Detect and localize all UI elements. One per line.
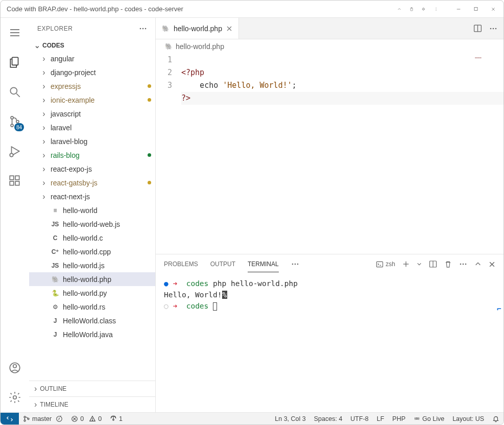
kill-terminal-icon[interactable] (444, 261, 452, 268)
status-problems[interactable]: 0 0 (67, 413, 106, 424)
file-text-icon: ≡ (51, 207, 60, 214)
window-maximize-icon[interactable] (472, 5, 480, 13)
activity-run-debug[interactable] (1, 136, 29, 166)
status-ports[interactable]: 1 (106, 413, 127, 424)
file-item[interactable]: C⁺hello-world.cpp (29, 245, 155, 258)
status-language[interactable]: PHP (388, 413, 410, 424)
sidebar: EXPLORER CODES angular django-project ex… (29, 18, 156, 412)
svg-point-15 (11, 116, 13, 119)
activity-search[interactable] (1, 77, 29, 107)
activity-source-control[interactable]: 84 (1, 107, 29, 136)
activity-extensions[interactable] (1, 166, 29, 196)
window-close-icon[interactable] (489, 5, 497, 13)
kebab-icon[interactable] (432, 5, 440, 13)
clipboard-icon[interactable] (407, 5, 416, 13)
file-item[interactable]: ⚙hello-world.rs (29, 300, 155, 314)
file-tree: angular django-project expressjs ionic-e… (29, 52, 155, 381)
terminal[interactable]: ● ➜ codes php hello-world.php Hello, Wor… (156, 274, 503, 412)
svg-point-28 (145, 28, 147, 30)
window-minimize-icon[interactable] (454, 5, 463, 13)
svg-point-3 (436, 9, 436, 9)
folder-item[interactable]: laravel (29, 121, 155, 134)
file-item[interactable]: JShello-world-web.js (29, 217, 155, 231)
git-modified-icon (148, 98, 151, 102)
folder-item[interactable]: javascript (29, 107, 155, 121)
svg-point-34 (493, 28, 494, 29)
panel-tab-problems[interactable]: PROBLEMS (164, 256, 198, 272)
svg-point-13 (10, 87, 17, 94)
breadcrumb[interactable]: 🐘 hello-world.php (156, 39, 503, 54)
svg-point-33 (490, 28, 492, 29)
folder-item[interactable]: react-expo-js (29, 162, 155, 176)
extension-outline-icon[interactable] (420, 5, 428, 13)
status-encoding[interactable]: UTF-8 (346, 413, 372, 424)
folder-item[interactable]: angular (29, 52, 155, 65)
remote-indicator[interactable] (1, 413, 19, 424)
folder-item[interactable]: django-project (29, 65, 155, 79)
svg-rect-22 (15, 176, 19, 180)
file-c-icon: C (51, 234, 60, 242)
panel-more-icon[interactable] (291, 260, 299, 268)
bottom-panel: PROBLEMS OUTPUT TERMINAL zsh (156, 254, 503, 412)
svg-point-36 (292, 264, 293, 265)
svg-rect-6 (474, 8, 477, 11)
panel-tab-terminal[interactable]: TERMINAL (248, 256, 279, 272)
breadcrumb-label: hello-world.php (176, 42, 224, 51)
folder-item[interactable]: react-gatsby-js (29, 176, 155, 190)
status-eol[interactable]: LF (373, 413, 389, 424)
file-item[interactable]: Chello-world.c (29, 231, 155, 245)
panel-more-actions-icon[interactable] (459, 260, 467, 268)
terminal-dropdown-icon[interactable] (417, 262, 422, 267)
chevron-right-icon (40, 82, 47, 91)
terminal-profile[interactable]: zsh (376, 261, 395, 268)
svg-point-35 (495, 28, 497, 29)
activity-settings[interactable] (1, 383, 29, 412)
folder-item[interactable]: laravel-blog (29, 134, 155, 148)
file-item[interactable]: 🐘hello-world.php (29, 272, 155, 286)
status-cursor-position[interactable]: Ln 3, Col 3 (271, 413, 309, 424)
folder-item[interactable]: react-next-js (29, 190, 155, 203)
svg-point-26 (140, 28, 141, 30)
editor-tab[interactable]: 🐘 hello-world.php (156, 18, 239, 39)
file-item[interactable]: JHelloWorld.class (29, 314, 155, 327)
chevron-right-icon (40, 96, 47, 105)
split-terminal-icon[interactable] (429, 260, 437, 268)
file-item[interactable]: JHelloWorld.java (29, 327, 155, 341)
close-panel-icon[interactable] (489, 261, 495, 268)
more-actions-icon[interactable] (489, 25, 497, 33)
svg-rect-21 (15, 181, 19, 185)
menu-button[interactable] (1, 18, 29, 48)
status-branch[interactable]: master (19, 413, 67, 424)
code-content[interactable]: <?php echo 'Hello, World!';?> (181, 54, 503, 254)
chevron-right-icon (40, 54, 47, 63)
status-indentation[interactable]: Spaces: 4 (310, 413, 347, 424)
outline-section[interactable]: OUTLINE (29, 381, 155, 396)
folder-item[interactable]: rails-blog (29, 148, 155, 162)
file-java-icon: J (51, 331, 60, 338)
panel-tab-output[interactable]: OUTPUT (210, 256, 235, 272)
chevron-up-icon[interactable] (395, 5, 403, 13)
maximize-panel-icon[interactable] (474, 261, 482, 268)
folder-item[interactable]: ionic-example (29, 93, 155, 107)
activity-account[interactable] (1, 353, 29, 383)
file-item[interactable]: ≡hello-world (29, 203, 155, 217)
status-go-live[interactable]: Go Live (410, 413, 448, 424)
split-editor-icon[interactable] (473, 24, 482, 33)
folder-item[interactable]: expressjs (29, 79, 155, 93)
new-terminal-icon[interactable] (402, 261, 410, 268)
tab-close-icon[interactable] (226, 26, 232, 32)
chevron-right-icon (40, 192, 47, 201)
status-layout[interactable]: Layout: US (448, 413, 488, 424)
code-editor[interactable]: 1 2 3 <?php echo 'Hello, World!';?> ▬▬▬ (156, 54, 503, 254)
sidebar-more-icon[interactable] (139, 25, 147, 33)
status-notifications-icon[interactable] (488, 413, 503, 424)
svg-point-44 (460, 264, 462, 265)
chevron-right-icon (34, 400, 37, 409)
file-item[interactable]: JShello-world.js (29, 258, 155, 272)
minimap[interactable]: ▬▬▬ (475, 56, 500, 63)
line-gutter: 1 2 3 (156, 54, 181, 254)
activity-explorer[interactable] (1, 48, 29, 77)
tree-root[interactable]: CODES (29, 39, 155, 52)
file-item[interactable]: 🐍hello-world.py (29, 286, 155, 300)
timeline-section[interactable]: TIMELINE (29, 396, 155, 412)
